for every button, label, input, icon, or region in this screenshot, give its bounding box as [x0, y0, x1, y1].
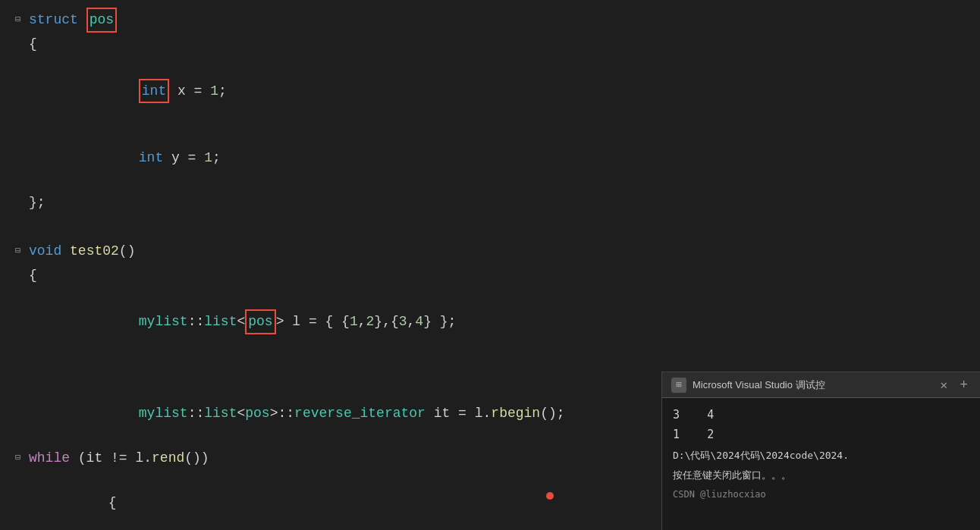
line-open-brace-2: { [15, 264, 980, 288]
pos-highlight-2: pos [245, 309, 275, 334]
line-struct: ⊟ struct pos [15, 8, 980, 33]
terminal-attribution: CSDN @liuzhocxiao [673, 487, 969, 502]
terminal-hint: 按任意键关闭此窗口。。。 [673, 467, 969, 484]
fold-void[interactable]: ⊟ [15, 244, 29, 259]
terminal-output-line-1: 3 4 [673, 406, 969, 425]
kw-struct: struct [29, 9, 78, 31]
terminal-output-line-2: 1 2 [673, 425, 969, 445]
line-void-test02: ⊟ void test02() [15, 240, 980, 264]
terminal-header: ⊞ Microsoft Visual Studio 调试控 ✕ + [662, 372, 980, 398]
terminal-close-button[interactable]: ✕ [938, 378, 951, 393]
line-open-brace-1: { [15, 33, 980, 57]
terminal-body: 3 4 1 2 D:\代码\2024代码\2024code\2024. 按任意键… [662, 398, 980, 510]
line-int-y: int y = 1; [15, 125, 980, 190]
terminal-title: Microsoft Visual Studio 调试控 [693, 378, 931, 392]
fold-while[interactable]: ⊟ [15, 451, 29, 466]
fold-struct[interactable]: ⊟ [15, 13, 29, 27]
terminal-icon: ⊞ [671, 378, 686, 393]
terminal-new-tab-button[interactable]: + [956, 378, 971, 393]
terminal-path: D:\代码\2024代码\2024code\2024. [673, 447, 969, 464]
line-close-struct: }; [15, 191, 980, 215]
line-mylist-1: mylist::list<pos> l = { {1,2},{3,4} }; [15, 288, 980, 356]
terminal-panel: ⊞ Microsoft Visual Studio 调试控 ✕ + 3 4 1 … [661, 372, 980, 530]
int-highlight-x: int [139, 79, 169, 104]
pos-highlight-1: pos [86, 8, 117, 33]
red-dot [546, 492, 554, 500]
line-int-x: int x = 1; [15, 57, 980, 125]
line-empty-1 [15, 215, 980, 240]
